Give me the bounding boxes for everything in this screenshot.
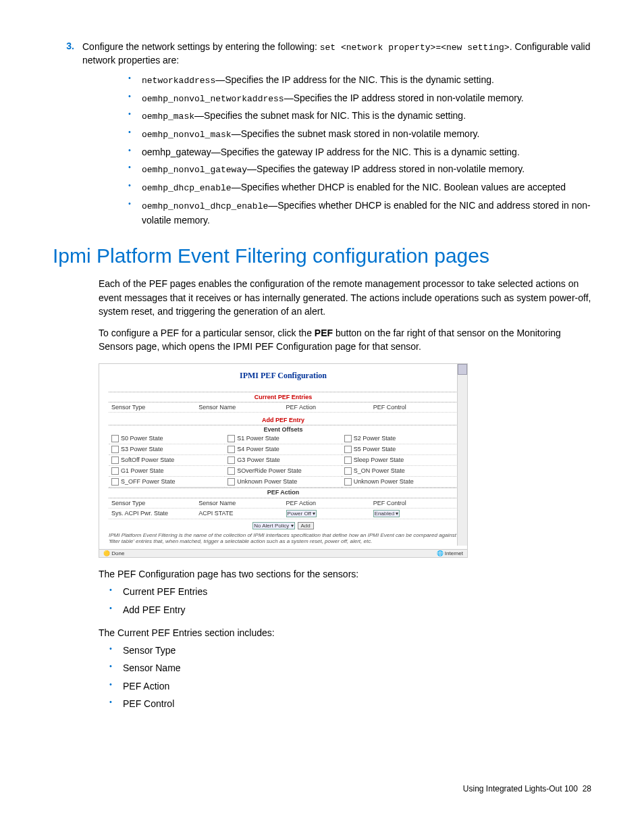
network-properties-list: networkaddress—Specifies the IP address … (123, 73, 591, 228)
list-item: Add PEF Entry (104, 603, 591, 617)
offset-checkbox-item[interactable]: S5 Power State (342, 444, 458, 455)
checkbox-icon[interactable] (227, 446, 235, 453)
list-item: Sensor Name (104, 661, 591, 675)
pef-action-select[interactable]: Power Off ▾ (286, 510, 317, 517)
pef-bold: PEF (315, 328, 333, 338)
embedded-screenshot: IPMI PEF Configuration Current PEF Entri… (99, 363, 468, 558)
list-item: oemhp_nonvol_networkaddress—Specifies th… (123, 91, 591, 106)
list-item: oemhp_nonvol_dhcp_enable—Specifies wheth… (123, 199, 591, 227)
body-paragraph: The PEF Configuration page has two secti… (99, 567, 591, 581)
offset-label: SOverRide Power State (237, 467, 302, 474)
offset-checkbox-item[interactable]: S_ON Power State (342, 466, 458, 477)
checkbox-icon[interactable] (227, 435, 235, 442)
list-item: oemhp_nonvol_mask—Specifies the subnet m… (123, 127, 591, 142)
footer-text: Using Integrated Lights-Out 100 (463, 784, 578, 793)
offset-checkbox-item[interactable]: Unknown Power State (342, 477, 458, 488)
offset-label: S_ON Power State (354, 467, 405, 474)
prop-desc: —Specifies the gateway IP address stored… (247, 163, 525, 174)
prop-desc: —Specifies the IP address for the NIC. T… (215, 74, 494, 85)
list-item: Current PEF Entries (104, 585, 591, 598)
checkbox-icon[interactable] (344, 478, 352, 486)
checkbox-icon[interactable] (344, 446, 352, 453)
pef-control-select[interactable]: Enabled ▾ (373, 510, 400, 517)
offset-checkbox-item[interactable]: S3 Power State (109, 444, 225, 455)
alert-policy-select[interactable]: No Alert Policy ▾ (252, 522, 294, 529)
body-paragraph: The Current PEF Entries section includes… (99, 626, 591, 640)
page-footer: Using Integrated Lights-Out 100 28 (463, 784, 591, 793)
prop-code: networkaddress (142, 76, 215, 86)
checkbox-icon[interactable] (344, 467, 352, 475)
prop-code: oemhp_gateway (142, 147, 211, 157)
checkbox-icon[interactable] (344, 457, 352, 464)
checkbox-icon[interactable] (227, 457, 235, 464)
offset-checkbox-item[interactable]: S1 Power State (225, 434, 341, 444)
checkbox-icon[interactable] (111, 435, 119, 442)
checkbox-icon[interactable] (227, 467, 235, 475)
scrollbar[interactable] (457, 364, 467, 546)
checkbox-icon[interactable] (111, 478, 119, 486)
offset-checkbox-item[interactable]: G1 Power State (109, 466, 225, 477)
col-sensor-name: Sensor Name (196, 402, 283, 412)
offset-checkbox-item[interactable]: SOverRide Power State (225, 466, 341, 477)
offset-checkbox-item[interactable]: S2 Power State (342, 434, 458, 444)
cell-sensor-name: ACPI STATE (196, 509, 283, 519)
cell-pef-action: Power Off ▾ (284, 509, 371, 519)
col-pef-action: PEF Action (284, 402, 371, 412)
add-button[interactable]: Add (298, 522, 314, 529)
offset-label: G3 Power State (237, 457, 280, 463)
offsets-grid: S0 Power State S1 Power State S2 Power S… (109, 434, 458, 488)
offset-label: S2 Power State (354, 435, 396, 442)
checkbox-icon[interactable] (111, 446, 119, 453)
offset-checkbox-item[interactable]: S_OFF Power State (109, 477, 225, 488)
col-pef-control: PEF Control (371, 498, 458, 508)
offset-label: S4 Power State (237, 446, 279, 452)
checkbox-icon[interactable] (111, 467, 119, 475)
page-number: 28 (583, 784, 591, 793)
body-paragraph: To configure a PEF for a particular sens… (99, 326, 591, 354)
prop-code: oemhp_nonvol_gateway (142, 165, 247, 175)
para-text: To configure a PEF for a particular sens… (99, 328, 315, 338)
offset-checkbox-item[interactable]: S0 Power State (109, 434, 225, 444)
offset-checkbox-item[interactable]: SoftOff Power State (109, 455, 225, 466)
cell-sensor-type: Sys. ACPI Pwr. State (109, 509, 196, 519)
prop-desc: —Specifies the subnet mask for NIC. This… (194, 110, 466, 121)
offset-label: G1 Power State (121, 467, 164, 474)
col-sensor-type: Sensor Type (109, 498, 196, 508)
status-bar: 🟡 Done 🌐 Internet (99, 549, 467, 557)
offset-checkbox-item[interactable]: Sleep Power State (342, 455, 458, 466)
add-entry-heading: Add PEF Entry (99, 417, 467, 423)
list-item: oemhp_nonvol_gateway—Specifies the gatew… (123, 162, 591, 177)
list-item: oemhp_dhcp_enable—Specifies whether DHCP… (123, 180, 591, 195)
sections-list: Current PEF Entries Add PEF Entry (104, 585, 591, 617)
offset-checkbox-item[interactable]: Unknown Power State (225, 477, 341, 488)
checkbox-icon[interactable] (111, 457, 119, 464)
offset-label: Sleep Power State (354, 457, 404, 463)
prop-code: oemhp_nonvol_networkaddress (142, 94, 284, 104)
step-text-before: Configure the network settings by enteri… (82, 41, 320, 52)
col-sensor-type: Sensor Type (109, 402, 196, 412)
step-number: 3. (53, 41, 74, 68)
offset-checkbox-item[interactable]: G3 Power State (225, 455, 341, 466)
screenshot-title: IPMI PEF Configuration (99, 371, 467, 381)
screenshot-description: IPMI Platform Event Filtering is the nam… (109, 532, 458, 545)
includes-list: Sensor Type Sensor Name PEF Action PEF C… (104, 644, 591, 710)
table-header-row: Sensor Type Sensor Name PEF Action PEF C… (109, 402, 458, 413)
prop-desc: —Specifies whether DHCP is enabled for t… (232, 182, 566, 192)
checkbox-icon[interactable] (344, 435, 352, 442)
offset-checkbox-item[interactable]: S4 Power State (225, 444, 341, 455)
list-item: PEF Action (104, 679, 591, 693)
event-offsets-heading: Event Offsets (109, 425, 458, 434)
list-item: networkaddress—Specifies the IP address … (123, 73, 591, 88)
list-item: oemhp_gateway—Specifies the gateway IP a… (123, 145, 591, 159)
col-sensor-name: Sensor Name (196, 498, 283, 508)
scroll-thumb[interactable] (458, 364, 467, 375)
numbered-step: 3. Configure the network settings by ent… (53, 41, 591, 68)
body-paragraph: Each of the PEF pages enables the config… (99, 277, 591, 318)
pef-action-heading: PEF Action (109, 488, 458, 496)
col-pef-action: PEF Action (284, 498, 371, 508)
list-item: Sensor Type (104, 644, 591, 657)
checkbox-icon[interactable] (227, 478, 235, 486)
list-item: oemhp_mask—Specifies the subnet mask for… (123, 109, 591, 124)
status-done: 🟡 Done (103, 550, 124, 556)
table-row: Sys. ACPI Pwr. State ACPI STATE Power Of… (109, 509, 458, 519)
